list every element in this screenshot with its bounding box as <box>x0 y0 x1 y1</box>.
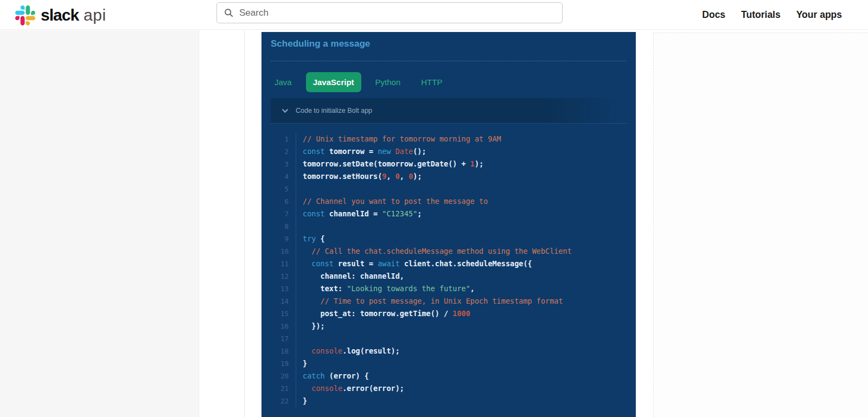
code-line: 11 const result = await client.chat.sche… <box>261 258 636 270</box>
code-line: 5 <box>261 183 636 195</box>
line-number: 12 <box>261 270 296 283</box>
code-line: 6// Channel you want to post the message… <box>261 195 636 208</box>
slack-api-logo[interactable]: slack api <box>15 4 106 26</box>
code-line: 18 console.log(result); <box>261 345 636 357</box>
code-text: text: "Looking towards the future", <box>296 283 475 295</box>
code-text: channel: channelId, <box>296 270 404 283</box>
tab-http[interactable]: HTTP <box>414 72 449 92</box>
collapsible-label: Code to initialize Bolt app <box>296 107 372 114</box>
code-text: try { <box>296 233 325 245</box>
panel-title: Scheduling a message <box>271 39 627 49</box>
line-number: 2 <box>261 145 296 158</box>
nav-link-your-apps[interactable]: Your apps <box>796 9 842 21</box>
code-text <box>296 332 303 345</box>
search-input[interactable] <box>239 8 555 18</box>
slack-logo-icon <box>15 5 35 25</box>
line-number: 4 <box>261 170 296 183</box>
code-text: } <box>296 357 307 370</box>
search-icon <box>224 8 233 17</box>
code-text: tomorrow.setDate(tomorrow.getDate() + 1)… <box>296 158 483 170</box>
line-number: 18 <box>261 345 296 357</box>
code-line: 19} <box>261 357 636 370</box>
tab-javascript[interactable]: JavaScript <box>306 72 361 92</box>
code-line: 8 <box>261 220 636 233</box>
code-text: const result = await client.chat.schedul… <box>296 258 532 270</box>
code-line: 13 text: "Looking towards the future", <box>261 283 636 295</box>
nav-link-docs[interactable]: Docs <box>702 9 725 21</box>
code-text <box>296 220 303 233</box>
line-number: 7 <box>261 208 296 220</box>
chevron-down-icon <box>282 107 289 114</box>
header-nav: DocsTutorialsYour apps <box>702 0 842 30</box>
code-line: 2const tomorrow = new Date(); <box>261 145 636 158</box>
line-number: 14 <box>261 295 296 307</box>
code-text: console.error(error); <box>296 382 404 395</box>
brand-slack-text: slack <box>41 6 79 24</box>
line-number: 17 <box>261 332 296 345</box>
line-number: 5 <box>261 183 296 195</box>
code-line: 7const channelId = "C12345"; <box>261 208 636 220</box>
line-number: 21 <box>261 382 296 395</box>
code-text: // Time to post message, in Unix Epoch t… <box>296 295 563 307</box>
content-divider-line <box>244 30 245 417</box>
code-line: 14 // Time to post message, in Unix Epoc… <box>261 295 636 307</box>
code-block: 1// Unix timestamp for tomorrow morning … <box>261 133 636 407</box>
code-text: // Unix timestamp for tomorrow morning a… <box>296 133 501 145</box>
panel-separator <box>271 61 627 61</box>
line-number: 16 <box>261 320 296 332</box>
top-header: slack api DocsTutorialsYour apps <box>0 0 868 30</box>
code-line: 21 console.error(error); <box>261 382 636 395</box>
code-text: }); <box>296 320 325 332</box>
code-line: 20catch (error) { <box>261 370 636 382</box>
line-number: 3 <box>261 158 296 170</box>
code-line: 3tomorrow.setDate(tomorrow.getDate() + 1… <box>261 158 636 170</box>
code-line: 15 post_at: tomorrow.getTime() / 1000 <box>261 307 636 320</box>
code-text: const tomorrow = new Date(); <box>296 145 426 158</box>
collapsible-section-header[interactable]: Code to initialize Bolt app <box>271 98 627 124</box>
line-number: 1 <box>261 133 296 145</box>
code-line: 12 channel: channelId, <box>261 270 636 283</box>
code-text <box>296 183 303 195</box>
line-number: 8 <box>261 220 296 233</box>
right-rail <box>653 33 868 417</box>
search-box <box>216 2 563 23</box>
tab-python[interactable]: Python <box>369 72 407 92</box>
line-number: 6 <box>261 195 296 208</box>
nav-link-tutorials[interactable]: Tutorials <box>741 9 781 21</box>
code-text: catch (error) { <box>296 370 369 382</box>
code-text: } <box>296 395 307 407</box>
code-text: tomorrow.setHours(9, 0, 0); <box>296 170 422 183</box>
line-number: 20 <box>261 370 296 382</box>
sidebar <box>0 30 199 417</box>
brand-api-text: api <box>84 6 106 24</box>
line-number: 19 <box>261 357 296 370</box>
line-number: 15 <box>261 307 296 320</box>
code-line: 1// Unix timestamp for tomorrow morning … <box>261 133 636 145</box>
panel-head: Scheduling a message <box>261 32 636 61</box>
code-text: post_at: tomorrow.getTime() / 1000 <box>296 307 470 320</box>
line-number: 9 <box>261 233 296 245</box>
line-number: 13 <box>261 283 296 295</box>
line-number: 22 <box>261 395 296 407</box>
code-text: // Call the chat.scheduleMessage method … <box>296 245 572 258</box>
code-text: console.log(result); <box>296 345 400 357</box>
code-line: 9try { <box>261 233 636 245</box>
tab-java[interactable]: Java <box>268 72 298 92</box>
code-line: 22} <box>261 395 636 407</box>
code-example-panel: Scheduling a message JavaJavaScriptPytho… <box>261 32 636 417</box>
line-number: 11 <box>261 258 296 270</box>
code-line: 10 // Call the chat.scheduleMessage meth… <box>261 245 636 258</box>
code-line: 17 <box>261 332 636 345</box>
code-text: const channelId = "C12345"; <box>296 208 422 220</box>
code-line: 4tomorrow.setHours(9, 0, 0); <box>261 170 636 183</box>
line-number: 10 <box>261 245 296 258</box>
code-line: 16 }); <box>261 320 636 332</box>
language-tabs: JavaJavaScriptPythonHTTP <box>268 72 627 92</box>
code-text: // Channel you want to post the message … <box>296 195 488 208</box>
